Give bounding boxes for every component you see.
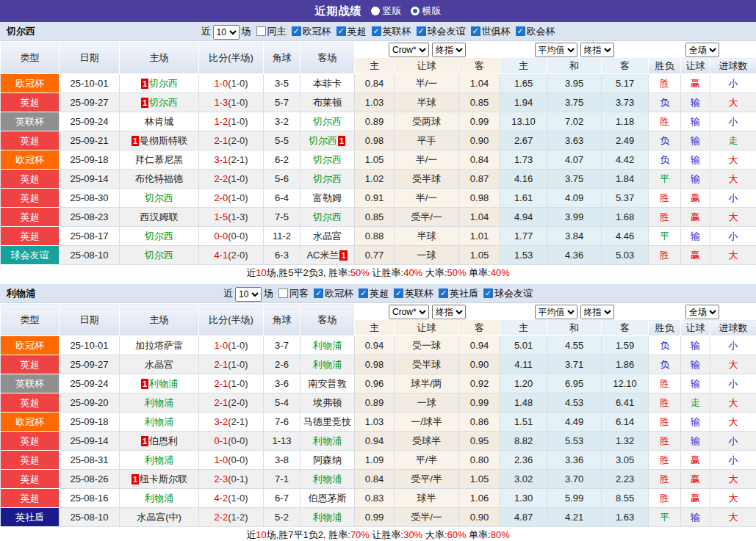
sub-column-header: 主 — [355, 58, 395, 74]
match-row: 欧冠杯25-09-18利物浦3-2(2-1)7-6马德里竞技1.03一/球半0.… — [1, 413, 756, 432]
avg-home-cell: 4.11 — [500, 355, 547, 374]
avg-home-cell: 4.87 — [500, 508, 547, 527]
scope-select[interactable]: 全场 — [685, 43, 719, 57]
away-team-cell: AC米兰1 — [300, 246, 355, 265]
result-handicap-cell: 输 — [681, 131, 710, 150]
checkbox-icon — [256, 26, 266, 36]
avg-stage-select[interactable]: 终指 — [580, 305, 614, 319]
fulltime-score: 0-1 — [214, 435, 228, 446]
competition-checkbox[interactable]: 球会友谊 — [411, 26, 466, 37]
avg-type-select[interactable]: 平均值 — [535, 305, 577, 319]
competition-label: 欧冠杯 — [303, 26, 331, 37]
score-cell: 3-2(2-1) — [199, 413, 264, 432]
odds-provider-select[interactable]: Crow* — [389, 305, 429, 319]
odds-handicap-cell: 受两球 — [395, 112, 459, 131]
avg-home-cell: 1.51 — [500, 413, 547, 432]
radio-vertical-layout[interactable]: 竖版 — [371, 4, 402, 18]
competition-checkbox[interactable]: 欧冠杯 — [287, 26, 331, 37]
away-team-cell: 布莱顿 — [300, 93, 355, 112]
match-row: 欧冠杯25-09-18拜仁慕尼黑3-1(2-1)6-2切尔西1.05半/一0.8… — [1, 150, 756, 170]
avg-away-cell: 1.59 — [602, 336, 649, 355]
odds-away-cell: 0.87 — [459, 170, 500, 189]
odds-home-cell: 0.83 — [355, 489, 395, 508]
same-ground-checkbox[interactable]: 同主 — [251, 26, 287, 37]
corners-cell: 5-2 — [264, 508, 300, 527]
odds-stage-select[interactable]: 终指 — [432, 43, 466, 57]
halftime-score: (0-1) — [228, 473, 248, 484]
scope-select[interactable]: 全场 — [685, 305, 719, 319]
match-row: 英超25-09-141伯恩利0-1(0-0)1-13利物浦0.94受球半0.95… — [1, 432, 756, 451]
competition-checkbox[interactable]: 世俱杯 — [466, 26, 511, 37]
match-count-select[interactable]: 10 — [235, 287, 262, 302]
odds-home-cell: 0.98 — [355, 355, 395, 374]
odds-provider-select[interactable]: Crow* — [389, 43, 429, 57]
match-type-cell: 欧冠杯 — [1, 150, 60, 170]
match-date-cell: 25-09-18 — [60, 150, 120, 170]
score-cell: 2-1(1-0) — [199, 355, 264, 374]
avg-home-cell: 4.16 — [500, 170, 547, 189]
result-handicap-cell: 输 — [681, 112, 710, 131]
odds-group-header: Crow*终指 — [355, 304, 500, 320]
away-team-cell: 富勒姆 — [300, 189, 355, 208]
avg-home-cell: 4.94 — [500, 208, 547, 227]
avg-stage-select[interactable]: 终指 — [580, 43, 614, 57]
result-goals-cell: 大 — [710, 508, 756, 527]
match-type-cell: 欧冠杯 — [1, 413, 60, 432]
near-label: 近 — [201, 26, 211, 37]
competition-checkbox[interactable]: 英联杯 — [389, 288, 433, 299]
match-date-cell: 25-09-20 — [60, 393, 120, 413]
score-cell: 1-0(0-0) — [199, 451, 264, 470]
competition-checkbox[interactable]: 欧会杯 — [511, 26, 555, 37]
same-ground-checkbox[interactable]: 同客 — [273, 288, 309, 299]
corners-cell: 3-5 — [264, 74, 300, 93]
competition-checkbox[interactable]: 英联杯 — [367, 26, 411, 37]
odds-home-cell: 1.02 — [355, 170, 395, 189]
result-goals-cell: 大 — [710, 413, 756, 432]
odds-home-cell: 0.99 — [355, 508, 395, 527]
result-goals-cell: 小 — [710, 227, 756, 246]
team-name-text: 南安普敦 — [309, 378, 347, 389]
odds-home-cell: 1.03 — [355, 413, 395, 432]
match-type-cell: 英超 — [1, 393, 60, 413]
avg-draw-cell: 3.95 — [547, 74, 602, 93]
competition-checkbox[interactable]: 英超 — [353, 288, 389, 299]
score-cell: 1-2(1-0) — [199, 112, 264, 131]
result-goals-cell: 大 — [710, 150, 756, 170]
competition-checkbox[interactable]: 欧冠杯 — [309, 288, 353, 299]
checkbox-icon — [278, 288, 288, 298]
match-count-select[interactable]: 10 — [213, 25, 240, 40]
competition-checkbox[interactable]: 球会友谊 — [478, 288, 533, 299]
avg-draw-cell: 3.99 — [547, 208, 602, 227]
odds-stage-select[interactable]: 终指 — [432, 305, 466, 319]
avg-draw-cell: 5.99 — [547, 489, 602, 508]
avg-away-cell: 1.86 — [602, 355, 649, 374]
halftime-score: (1-3) — [228, 211, 248, 222]
result-outcome-cell: 负 — [649, 355, 681, 374]
score-cell: 2-2(1-0) — [199, 170, 264, 189]
team-name-text: 切尔西 — [313, 211, 342, 222]
odds-away-cell: 0.90 — [459, 508, 500, 527]
result-handicap-cell: 输 — [681, 170, 710, 189]
result-handicap-cell: 赢 — [681, 470, 710, 489]
odds-away-cell: 0.94 — [459, 336, 500, 355]
avg-away-cell: 4.46 — [602, 227, 649, 246]
team-name-text: 利物浦 — [313, 473, 342, 484]
avg-home-cell: 1.94 — [500, 93, 547, 112]
page-title: 近期战绩 — [315, 4, 362, 18]
avg-away-cell: 2.23 — [602, 470, 649, 489]
radio-horizontal-layout[interactable]: 横版 — [411, 4, 442, 18]
result-outcome-cell: 胜 — [649, 451, 681, 470]
avg-home-cell: 1.48 — [500, 393, 547, 413]
away-team-cell: 本菲卡 — [300, 74, 355, 93]
team-name-text: 纽卡斯尔联 — [140, 473, 187, 484]
competition-checkbox[interactable]: 英超 — [331, 26, 367, 37]
column-header: 主场 — [120, 304, 199, 336]
home-team-cell: 拜仁慕尼黑 — [120, 150, 199, 170]
avg-type-select[interactable]: 平均值 — [535, 43, 577, 57]
team-name-text: 利物浦 — [145, 454, 173, 465]
sub-column-header: 和 — [547, 320, 602, 336]
avg-home-cell: 1.20 — [500, 374, 547, 393]
fulltime-score: 2-0 — [214, 192, 228, 203]
result-goals-cell: 大 — [710, 93, 756, 112]
competition-checkbox[interactable]: 英社盾 — [433, 288, 478, 299]
